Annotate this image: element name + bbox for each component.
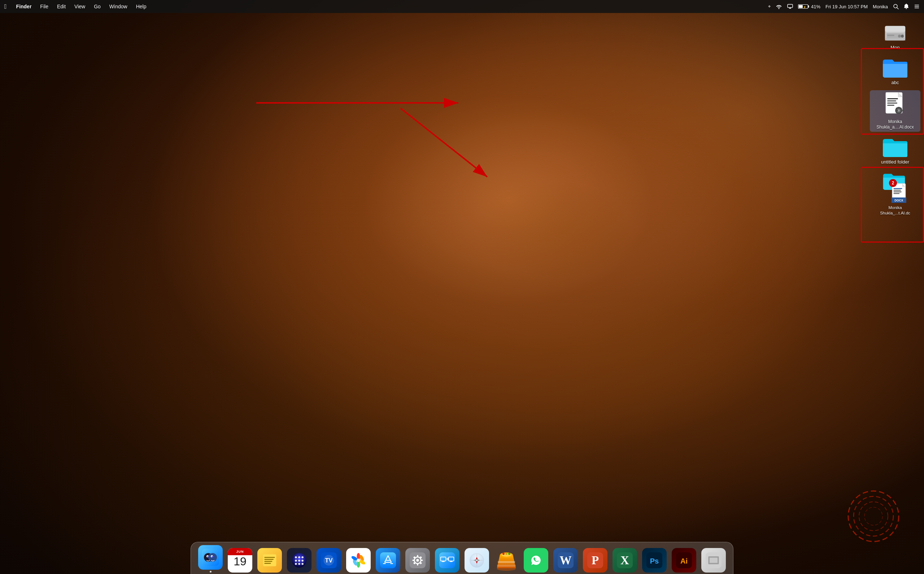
finder-dock-icon <box>198 545 223 570</box>
menu-finder[interactable]: Finder <box>13 3 35 10</box>
dock-word[interactable]: W <box>552 545 579 572</box>
drag-badge: 2 <box>889 179 897 187</box>
svg-rect-18 <box>886 92 898 97</box>
svg-rect-37 <box>894 191 902 192</box>
battery-status[interactable]: ⚡ 41% <box>798 4 820 9</box>
monika-docx-file[interactable]: MonikaShukla_a....AI.docx <box>870 90 920 132</box>
menu-file[interactable]: File <box>36 3 52 10</box>
svg-text:Ps: Ps <box>650 557 659 565</box>
svg-point-48 <box>864 507 883 525</box>
svg-point-65 <box>295 560 297 562</box>
dock-system-prefs[interactable] <box>404 545 431 572</box>
svg-rect-35 <box>894 188 902 189</box>
wifi-icon[interactable] <box>776 4 782 9</box>
svg-rect-57 <box>264 557 275 558</box>
illustrator-dock-icon: Ai <box>672 548 696 572</box>
red-arrow-diagonal <box>379 101 516 191</box>
svg-point-113 <box>502 553 505 555</box>
dock-illustrator[interactable]: Ai <box>670 545 698 572</box>
svg-rect-28 <box>902 110 904 111</box>
svg-point-13 <box>898 35 901 38</box>
svg-text:⚡: ⚡ <box>803 5 806 9</box>
folder-abc-icon <box>882 57 908 78</box>
notification-icon[interactable] <box>904 4 909 9</box>
svg-rect-15 <box>887 35 894 36</box>
menu-edit[interactable]: Edit <box>54 3 69 10</box>
svg-rect-108 <box>498 561 515 563</box>
folder-abc[interactable]: abc <box>870 55 920 87</box>
dock-appstore[interactable] <box>374 545 402 572</box>
svg-rect-38 <box>894 193 900 194</box>
svg-rect-20 <box>887 100 896 101</box>
menu-help[interactable]: Help <box>132 3 150 10</box>
dock-powerpoint[interactable]: P <box>581 545 609 572</box>
folder-untitled-icon <box>882 136 908 158</box>
svg-point-88 <box>416 559 419 561</box>
airplay-icon[interactable] <box>787 4 793 9</box>
user-display[interactable]: Monika <box>873 4 888 9</box>
svg-rect-3 <box>799 5 803 8</box>
dock-photoshop[interactable]: Ps <box>641 545 668 572</box>
red-arrow-horizontal <box>253 92 469 114</box>
svg-point-114 <box>505 553 507 555</box>
bluetooth-icon[interactable]: ⌖ <box>768 4 771 9</box>
svg-rect-27 <box>898 113 899 114</box>
svg-rect-2 <box>808 5 809 8</box>
menu-view[interactable]: View <box>71 3 89 10</box>
svg-point-30 <box>900 107 902 109</box>
photoshop-dock-icon: Ps <box>642 548 667 572</box>
svg-rect-22 <box>887 105 894 106</box>
svg-rect-92 <box>421 560 423 561</box>
svg-rect-130 <box>710 558 718 563</box>
svg-rect-91 <box>412 560 414 561</box>
dock-whatsapp[interactable] <box>522 545 550 572</box>
dock: JUN 19 <box>190 542 734 574</box>
drag-group-icon[interactable]: 2 DOCX MonikaShukla_...t.AI.dc <box>870 170 920 217</box>
svg-text:X: X <box>620 554 629 567</box>
menu-go[interactable]: Go <box>90 3 104 10</box>
dock-vlc[interactable] <box>493 545 520 572</box>
dock-notes[interactable] <box>256 545 283 572</box>
control-center-icon[interactable] <box>914 4 920 9</box>
dock-migration[interactable] <box>433 545 461 572</box>
svg-rect-99 <box>442 561 444 562</box>
svg-rect-0 <box>787 4 793 8</box>
menu-window[interactable]: Window <box>106 3 131 10</box>
svg-rect-89 <box>417 555 418 557</box>
appstore-dock-icon <box>376 548 400 572</box>
svg-rect-29 <box>897 110 898 111</box>
drag-wrapper: 2 DOCX <box>879 171 911 203</box>
svg-text:P: P <box>592 554 599 567</box>
spotlight-icon[interactable] <box>893 4 899 9</box>
drag-label: MonikaShukla_...t.AI.dc <box>880 205 910 216</box>
svg-text:DOCX: DOCX <box>894 199 904 202</box>
folder-untitled[interactable]: untitled folder <box>870 135 920 167</box>
datetime-display[interactable]: Fri 19 Jun 10:57 PM <box>825 4 868 9</box>
apple-menu[interactable]:  <box>4 3 7 11</box>
menu-right: ⌖ ⚡ 41% Fri 19 <box>768 4 920 9</box>
dock-finder2[interactable] <box>700 545 727 572</box>
svg-point-106 <box>476 560 477 561</box>
dock-finder[interactable] <box>197 545 224 572</box>
harddrive-icon <box>883 23 907 43</box>
svg-line-6 <box>897 8 898 9</box>
svg-point-81 <box>357 558 360 562</box>
photos-dock-icon <box>346 548 371 572</box>
dock-teamviewer[interactable]: TV <box>315 545 343 572</box>
dock-safari[interactable] <box>463 545 491 572</box>
svg-text:Ai: Ai <box>680 557 688 565</box>
powerpoint-dock-icon: P <box>583 548 608 572</box>
notes-dock-icon <box>257 548 282 572</box>
svg-point-62 <box>295 556 297 558</box>
dock-excel[interactable]: X <box>611 545 639 572</box>
dock-photos[interactable] <box>345 545 372 572</box>
svg-rect-90 <box>417 563 418 566</box>
monika-docx-label: MonikaShukla_a....AI.docx <box>876 119 913 130</box>
svg-rect-97 <box>439 552 455 568</box>
dock-launchpad[interactable] <box>285 545 313 572</box>
harddrive-mon[interactable]: Mon <box>870 22 920 52</box>
svg-rect-56 <box>263 555 277 566</box>
launchpad-dock-icon <box>287 548 312 572</box>
svg-point-47 <box>859 502 888 531</box>
dock-calendar[interactable]: JUN 19 <box>226 545 254 572</box>
